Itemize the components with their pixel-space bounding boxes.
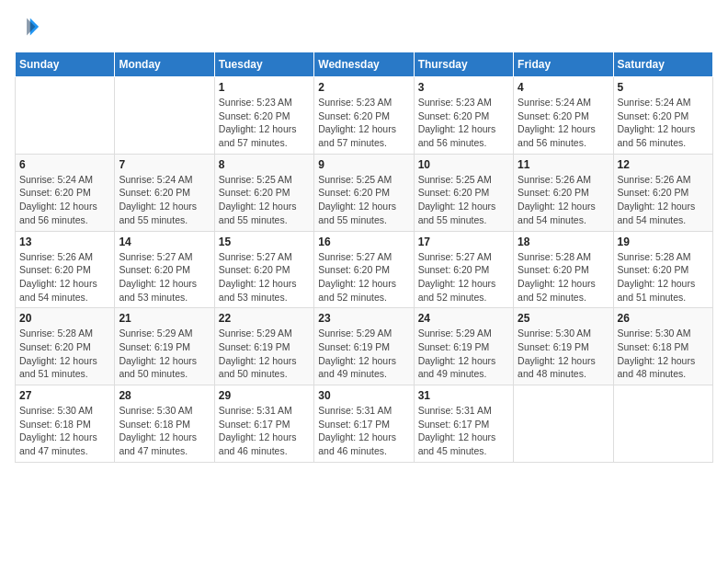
day-number: 10 [418, 158, 509, 171]
calendar-cell: 15Sunrise: 5:27 AM Sunset: 6:20 PM Dayli… [214, 231, 313, 308]
day-info: Sunrise: 5:29 AM Sunset: 6:19 PM Dayligh… [119, 327, 210, 381]
day-info: Sunrise: 5:29 AM Sunset: 6:19 PM Dayligh… [418, 327, 509, 381]
calendar-week-3: 13Sunrise: 5:26 AM Sunset: 6:20 PM Dayli… [16, 231, 713, 308]
day-number: 11 [518, 158, 609, 171]
calendar-cell: 28Sunrise: 5:30 AM Sunset: 6:18 PM Dayli… [115, 385, 214, 463]
day-info: Sunrise: 5:28 AM Sunset: 6:20 PM Dayligh… [618, 250, 709, 304]
day-info: Sunrise: 5:25 AM Sunset: 6:20 PM Dayligh… [219, 173, 310, 227]
calendar-cell: 13Sunrise: 5:26 AM Sunset: 6:20 PM Dayli… [16, 231, 115, 308]
day-info: Sunrise: 5:30 AM Sunset: 6:18 PM Dayligh… [19, 404, 110, 458]
day-number: 25 [518, 312, 609, 325]
day-number: 6 [19, 158, 110, 171]
day-number: 18 [518, 236, 609, 248]
calendar-cell: 3Sunrise: 5:23 AM Sunset: 6:20 PM Daylig… [414, 77, 513, 155]
day-info: Sunrise: 5:26 AM Sunset: 6:20 PM Dayligh… [518, 173, 609, 227]
calendar-cell: 2Sunrise: 5:23 AM Sunset: 6:20 PM Daylig… [314, 77, 414, 155]
page-header [15, 15, 713, 40]
calendar-cell: 9Sunrise: 5:25 AM Sunset: 6:20 PM Daylig… [314, 154, 414, 231]
day-number: 19 [618, 236, 709, 248]
day-info: Sunrise: 5:26 AM Sunset: 6:20 PM Dayligh… [19, 250, 110, 304]
calendar-cell: 11Sunrise: 5:26 AM Sunset: 6:20 PM Dayli… [514, 154, 613, 231]
calendar-cell: 5Sunrise: 5:24 AM Sunset: 6:20 PM Daylig… [613, 77, 712, 155]
calendar-cell: 12Sunrise: 5:26 AM Sunset: 6:20 PM Dayli… [613, 154, 712, 231]
header-sunday: Sunday [16, 52, 115, 77]
calendar-header-row: SundayMondayTuesdayWednesdayThursdayFrid… [16, 52, 713, 77]
calendar-cell: 6Sunrise: 5:24 AM Sunset: 6:20 PM Daylig… [16, 154, 115, 231]
calendar-cell: 30Sunrise: 5:31 AM Sunset: 6:17 PM Dayli… [314, 385, 414, 463]
day-number: 16 [318, 236, 409, 248]
calendar-cell: 17Sunrise: 5:27 AM Sunset: 6:20 PM Dayli… [414, 231, 513, 308]
calendar-cell: 29Sunrise: 5:31 AM Sunset: 6:17 PM Dayli… [214, 385, 313, 463]
day-info: Sunrise: 5:23 AM Sunset: 6:20 PM Dayligh… [219, 96, 310, 150]
day-info: Sunrise: 5:28 AM Sunset: 6:20 PM Dayligh… [518, 250, 609, 304]
calendar-cell: 24Sunrise: 5:29 AM Sunset: 6:19 PM Dayli… [414, 308, 513, 385]
day-info: Sunrise: 5:23 AM Sunset: 6:20 PM Dayligh… [318, 96, 409, 150]
day-number: 26 [618, 312, 709, 325]
day-number: 5 [618, 81, 709, 94]
day-number: 1 [219, 81, 310, 94]
header-monday: Monday [115, 52, 214, 77]
day-info: Sunrise: 5:28 AM Sunset: 6:20 PM Dayligh… [19, 327, 110, 381]
day-info: Sunrise: 5:23 AM Sunset: 6:20 PM Dayligh… [418, 96, 509, 150]
logo-icon [15, 15, 40, 40]
day-number: 2 [318, 81, 409, 94]
calendar-cell [115, 77, 214, 155]
header-saturday: Saturday [613, 52, 712, 77]
day-number: 29 [219, 389, 310, 402]
calendar-cell [613, 385, 712, 463]
day-number: 21 [119, 312, 210, 325]
calendar-cell: 7Sunrise: 5:24 AM Sunset: 6:20 PM Daylig… [115, 154, 214, 231]
calendar-week-1: 1Sunrise: 5:23 AM Sunset: 6:20 PM Daylig… [16, 77, 713, 155]
day-info: Sunrise: 5:30 AM Sunset: 6:18 PM Dayligh… [618, 327, 709, 381]
calendar-week-4: 20Sunrise: 5:28 AM Sunset: 6:20 PM Dayli… [16, 308, 713, 385]
calendar-cell: 19Sunrise: 5:28 AM Sunset: 6:20 PM Dayli… [613, 231, 712, 308]
day-number: 30 [318, 389, 409, 402]
day-info: Sunrise: 5:30 AM Sunset: 6:18 PM Dayligh… [119, 404, 210, 458]
day-number: 13 [19, 236, 110, 248]
day-number: 22 [219, 312, 310, 325]
day-number: 14 [119, 236, 210, 248]
calendar-cell: 1Sunrise: 5:23 AM Sunset: 6:20 PM Daylig… [214, 77, 313, 155]
day-info: Sunrise: 5:24 AM Sunset: 6:20 PM Dayligh… [19, 173, 110, 227]
day-number: 8 [219, 158, 310, 171]
calendar-cell [514, 385, 613, 463]
day-info: Sunrise: 5:24 AM Sunset: 6:20 PM Dayligh… [119, 173, 210, 227]
day-number: 9 [318, 158, 409, 171]
day-number: 17 [418, 236, 509, 248]
day-number: 20 [19, 312, 110, 325]
calendar-week-5: 27Sunrise: 5:30 AM Sunset: 6:18 PM Dayli… [16, 385, 713, 463]
day-number: 15 [219, 236, 310, 248]
logo [15, 15, 44, 40]
header-tuesday: Tuesday [214, 52, 313, 77]
calendar-cell: 22Sunrise: 5:29 AM Sunset: 6:19 PM Dayli… [214, 308, 313, 385]
calendar-cell: 21Sunrise: 5:29 AM Sunset: 6:19 PM Dayli… [115, 308, 214, 385]
calendar-cell: 20Sunrise: 5:28 AM Sunset: 6:20 PM Dayli… [16, 308, 115, 385]
day-number: 7 [119, 158, 210, 171]
day-number: 3 [418, 81, 509, 94]
day-number: 27 [19, 389, 110, 402]
calendar-cell: 23Sunrise: 5:29 AM Sunset: 6:19 PM Dayli… [314, 308, 414, 385]
calendar-cell: 31Sunrise: 5:31 AM Sunset: 6:17 PM Dayli… [414, 385, 513, 463]
header-thursday: Thursday [414, 52, 513, 77]
day-info: Sunrise: 5:31 AM Sunset: 6:17 PM Dayligh… [219, 404, 310, 458]
day-info: Sunrise: 5:29 AM Sunset: 6:19 PM Dayligh… [219, 327, 310, 381]
day-number: 31 [418, 389, 509, 402]
day-info: Sunrise: 5:26 AM Sunset: 6:20 PM Dayligh… [618, 173, 709, 227]
calendar-week-2: 6Sunrise: 5:24 AM Sunset: 6:20 PM Daylig… [16, 154, 713, 231]
day-info: Sunrise: 5:31 AM Sunset: 6:17 PM Dayligh… [418, 404, 509, 458]
day-number: 23 [318, 312, 409, 325]
day-info: Sunrise: 5:27 AM Sunset: 6:20 PM Dayligh… [119, 250, 210, 304]
header-wednesday: Wednesday [314, 52, 414, 77]
day-info: Sunrise: 5:27 AM Sunset: 6:20 PM Dayligh… [418, 250, 509, 304]
calendar-cell: 10Sunrise: 5:25 AM Sunset: 6:20 PM Dayli… [414, 154, 513, 231]
day-number: 4 [518, 81, 609, 94]
day-info: Sunrise: 5:24 AM Sunset: 6:20 PM Dayligh… [518, 96, 609, 150]
day-info: Sunrise: 5:27 AM Sunset: 6:20 PM Dayligh… [318, 250, 409, 304]
calendar-cell: 4Sunrise: 5:24 AM Sunset: 6:20 PM Daylig… [514, 77, 613, 155]
day-info: Sunrise: 5:29 AM Sunset: 6:19 PM Dayligh… [318, 327, 409, 381]
calendar-cell: 25Sunrise: 5:30 AM Sunset: 6:19 PM Dayli… [514, 308, 613, 385]
calendar-table: SundayMondayTuesdayWednesdayThursdayFrid… [15, 52, 713, 463]
day-number: 24 [418, 312, 509, 325]
day-info: Sunrise: 5:31 AM Sunset: 6:17 PM Dayligh… [318, 404, 409, 458]
day-info: Sunrise: 5:30 AM Sunset: 6:19 PM Dayligh… [518, 327, 609, 381]
